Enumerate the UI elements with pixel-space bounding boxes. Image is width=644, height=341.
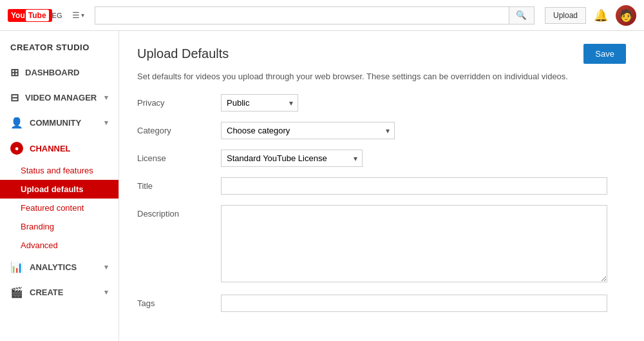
sidebar-item-channel-label: CHANNEL bbox=[30, 144, 71, 153]
license-control: Standard YouTube License Creative Common… bbox=[221, 150, 626, 167]
tags-row: Tags bbox=[137, 295, 626, 312]
analytics-chevron-icon: ▾ bbox=[104, 263, 108, 271]
sidebar-item-channel[interactable]: ● CHANNEL bbox=[0, 135, 118, 161]
sidebar-item-analytics[interactable]: 📊 ANALYTICS ▾ bbox=[0, 255, 118, 280]
sidebar-item-dashboard[interactable]: ⊞ DASHBOARD bbox=[0, 60, 118, 85]
avatar-image: 🧑 bbox=[619, 8, 633, 23]
sidebar-sub-item-branding[interactable]: Branding bbox=[0, 217, 118, 236]
tags-control bbox=[221, 295, 626, 312]
privacy-row: Privacy Public Unlisted Private bbox=[137, 94, 626, 112]
dashboard-icon: ⊞ bbox=[10, 66, 19, 79]
search-input[interactable] bbox=[95, 6, 509, 24]
license-row: License Standard YouTube License Creativ… bbox=[137, 150, 626, 167]
sidebar-sub-item-advanced[interactable]: Advanced bbox=[0, 236, 118, 255]
sidebar-channel-submenu: Status and features Upload defaults Feat… bbox=[0, 161, 118, 255]
sidebar-item-video-manager-label: VIDEO MANAGER bbox=[25, 93, 97, 102]
sidebar-item-create-label: CREATE bbox=[30, 287, 63, 297]
page-description: Set defaults for videos you upload throu… bbox=[137, 72, 626, 81]
main-content: Upload Defaults Save Set defaults for vi… bbox=[119, 31, 644, 341]
hamburger-icon: ☰ bbox=[72, 10, 80, 20]
sidebar-sub-item-upload-defaults[interactable]: Upload defaults bbox=[0, 180, 118, 199]
search-button[interactable]: 🔍 bbox=[509, 6, 535, 24]
create-chevron-icon: ▾ bbox=[104, 288, 108, 297]
youtube-logo: YouTube EG bbox=[8, 9, 62, 22]
category-select[interactable]: Choose category Film & Animation Music G… bbox=[221, 122, 395, 139]
channel-icon: ● bbox=[10, 142, 23, 155]
privacy-label: Privacy bbox=[137, 94, 221, 108]
tags-label: Tags bbox=[137, 295, 221, 308]
sidebar-item-create[interactable]: 🎬 CREATE ▾ bbox=[0, 280, 118, 305]
category-label: Category bbox=[137, 122, 221, 135]
hamburger-chevron: ▾ bbox=[81, 12, 84, 19]
privacy-select-wrapper: Public Unlisted Private bbox=[221, 94, 298, 112]
license-label: License bbox=[137, 150, 221, 163]
description-textarea[interactable] bbox=[221, 205, 607, 282]
logo-tube: Tube bbox=[26, 10, 49, 21]
main-header: Upload Defaults Save bbox=[137, 44, 626, 64]
avatar[interactable]: 🧑 bbox=[616, 5, 636, 26]
logo-suffix: EG bbox=[52, 12, 62, 19]
title-row: Title bbox=[137, 177, 626, 195]
search-icon: 🔍 bbox=[516, 10, 527, 20]
sidebar-item-analytics-label: ANALYTICS bbox=[30, 262, 77, 272]
privacy-control: Public Unlisted Private bbox=[221, 94, 626, 112]
tags-input[interactable] bbox=[221, 295, 607, 312]
title-label: Title bbox=[137, 177, 221, 191]
license-select-wrapper: Standard YouTube License Creative Common… bbox=[221, 150, 363, 167]
youtube-logo-box: YouTube bbox=[8, 9, 52, 22]
license-select[interactable]: Standard YouTube License Creative Common… bbox=[221, 150, 363, 167]
analytics-icon: 📊 bbox=[10, 261, 23, 273]
logo-you: You bbox=[11, 11, 25, 20]
body-area: CREATOR STUDIO ⊞ DASHBOARD ⊟ VIDEO MANAG… bbox=[0, 31, 644, 341]
sidebar: CREATOR STUDIO ⊞ DASHBOARD ⊟ VIDEO MANAG… bbox=[0, 31, 119, 341]
nav-right-area: Upload 🔔 🧑 bbox=[545, 5, 636, 26]
hamburger-menu[interactable]: ☰ ▾ bbox=[72, 10, 84, 20]
description-control bbox=[221, 205, 626, 284]
category-select-wrapper: Choose category Film & Animation Music G… bbox=[221, 122, 395, 139]
sidebar-sub-item-featured[interactable]: Featured content bbox=[0, 199, 118, 217]
community-chevron-icon: ▾ bbox=[104, 119, 108, 127]
notification-bell-icon[interactable]: 🔔 bbox=[594, 8, 608, 23]
category-row: Category Choose category Film & Animatio… bbox=[137, 122, 626, 139]
description-row: Description bbox=[137, 205, 626, 284]
community-icon: 👤 bbox=[10, 117, 23, 129]
page-title: Upload Defaults bbox=[137, 46, 229, 61]
sidebar-item-dashboard-label: DASHBOARD bbox=[25, 68, 80, 77]
create-icon: 🎬 bbox=[10, 286, 23, 298]
upload-button[interactable]: Upload bbox=[545, 7, 586, 24]
privacy-select[interactable]: Public Unlisted Private bbox=[221, 94, 298, 112]
video-manager-icon: ⊟ bbox=[10, 92, 19, 104]
sidebar-item-video-manager[interactable]: ⊟ VIDEO MANAGER ▾ bbox=[0, 85, 118, 110]
sidebar-item-community-label: COMMUNITY bbox=[30, 118, 81, 128]
category-control: Choose category Film & Animation Music G… bbox=[221, 122, 626, 139]
sidebar-sub-item-status[interactable]: Status and features bbox=[0, 161, 118, 180]
video-manager-chevron-icon: ▾ bbox=[104, 93, 108, 102]
sidebar-brand: CREATOR STUDIO bbox=[0, 31, 118, 60]
title-input[interactable] bbox=[221, 177, 607, 195]
save-button[interactable]: Save bbox=[583, 44, 626, 64]
description-label: Description bbox=[137, 205, 221, 219]
top-navigation: YouTube EG ☰ ▾ 🔍 Upload 🔔 🧑 bbox=[0, 0, 644, 31]
title-control bbox=[221, 177, 626, 195]
sidebar-item-community[interactable]: 👤 COMMUNITY ▾ bbox=[0, 110, 118, 135]
search-bar: 🔍 bbox=[95, 6, 535, 24]
